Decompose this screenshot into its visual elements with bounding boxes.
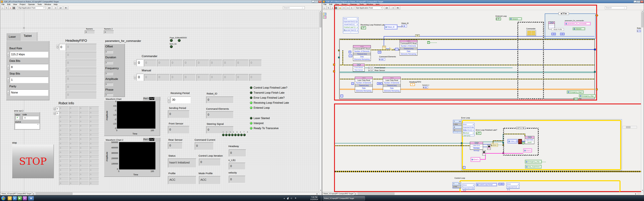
robot-info-index2-spinner[interactable]: ▲▼ — [53, 112, 56, 115]
constant-neg1[interactable]: -1 — [395, 48, 398, 50]
duration-field[interactable]: 0 — [105, 61, 113, 64]
robot-info-element[interactable]: 0 — [79, 133, 89, 137]
manual-element[interactable]: 0 — [210, 74, 222, 81]
notifier-reference-icon[interactable] — [323, 16, 326, 18]
numeric2-field[interactable]: 0 — [104, 30, 114, 34]
stop-terminal[interactable]: ▶TF — [574, 98, 578, 100]
close-button[interactable]: ✕ — [640, 0, 644, 3]
robot-info-element[interactable]: 0 — [89, 159, 99, 163]
manual-index-spinner[interactable]: ▲▼ — [134, 75, 136, 79]
robot-info-element[interactable]: 0 — [69, 164, 79, 168]
error-node[interactable]: ▶Error~! — [491, 143, 498, 147]
command-fifo-read-node-1[interactable]: ▪ ➟ ▪ CommandFIFO.Read Number of Element… — [353, 45, 371, 61]
context-help-tab[interactable]: Robot_V2.lvproj/RT CompactRIO Target — [322, 192, 354, 195]
robot-info-element[interactable]: 0 — [79, 111, 89, 115]
constant-13[interactable]: 13 — [378, 51, 381, 53]
baud-rate-field[interactable]: 115.2 kbps — [10, 51, 48, 58]
robot-info-element[interactable]: 0 — [69, 150, 79, 155]
robot-info-element[interactable]: 0 — [89, 146, 99, 150]
headway-fifo-element[interactable]: 0 — [66, 60, 96, 67]
internet-explorer-icon[interactable]: e — [13, 196, 17, 200]
front-sensor-fxp-terminal[interactable]: ▶FXP — [368, 67, 374, 69]
data-bits-field[interactable]: 8 — [10, 64, 48, 70]
stop-bits-spinner[interactable]: ▲▼ — [7, 78, 10, 82]
commander-element[interactable]: 0 — [223, 60, 235, 67]
hscroll-thumb[interactable] — [358, 193, 394, 195]
robot-info-element[interactable]: 0 — [89, 142, 99, 146]
commander-element[interactable]: 0 — [210, 60, 222, 67]
robot-info-element[interactable]: 0 — [79, 129, 89, 133]
laser-data-read-node-2[interactable]: ▪ ➟ ▪ Laser Data.Read Number of Elements… — [383, 77, 401, 92]
true-constant[interactable]: T — [522, 142, 524, 144]
scroll-down-arrow[interactable]: ▼ — [642, 190, 643, 191]
robot-info-element[interactable]: 0 — [69, 155, 79, 159]
tray-network-icon[interactable]: ▟ — [287, 197, 288, 199]
commander-element[interactable]: 0 — [157, 60, 170, 67]
robot-info-element[interactable]: 0 — [79, 120, 89, 124]
robot-info-element[interactable]: 0 — [59, 177, 69, 181]
menu-tools[interactable]: Tools — [36, 3, 43, 5]
robot-info-element[interactable]: 0 — [59, 137, 69, 141]
manual-element[interactable]: 0 — [157, 74, 170, 81]
run-continuous-button[interactable]: ↻ — [327, 6, 330, 9]
reorder-button[interactable]: ❖▾ — [64, 6, 68, 9]
robot-info-element[interactable]: 0 — [59, 159, 69, 163]
menu-help[interactable]: Help — [52, 3, 59, 5]
menu-view[interactable]: View — [12, 3, 18, 5]
manual-element[interactable]: 0 — [144, 74, 156, 81]
headway-fifo-element[interactable]: 0 — [66, 68, 96, 75]
error-source-field[interactable] — [15, 123, 40, 129]
emergency-stop-variable[interactable]: Emergency_Stop — [579, 94, 596, 97]
commander-array-terminal[interactable] — [526, 30, 536, 36]
control-loop-period-variable[interactable]: Control Loop Period — [476, 183, 497, 186]
robot-info-element[interactable]: 0 — [89, 137, 99, 141]
constant-0[interactable]: 0 — [349, 51, 351, 53]
minimize-button[interactable]: ▁ — [634, 0, 637, 3]
chart1-plot-area[interactable] — [117, 101, 156, 129]
receiving-period-spinner[interactable]: ▲▼ — [168, 97, 170, 103]
scroll-up-arrow[interactable]: ▲ — [641, 10, 644, 12]
tab-tablet[interactable]: Tablet — [20, 32, 37, 41]
true-constant[interactable]: T — [427, 41, 430, 44]
robot-info-element[interactable]: 0 — [79, 159, 89, 163]
abort-button[interactable]: ● — [330, 6, 334, 9]
manual-element[interactable]: 0 — [236, 74, 248, 81]
timed-loop-property-node[interactable]: Error▸ Expected End [i-1]▸ Actual End [i… — [343, 17, 358, 33]
robot-info-element[interactable]: 0 — [59, 173, 69, 177]
front-panel-titlebar[interactable]: TOP_RT.vi Front Panel on Robot_V2.lvproj… — [0, 0, 322, 3]
timed-frame-period-selector[interactable]: ◀ 250 ▶ — [558, 12, 569, 15]
queue-reference-icon[interactable] — [323, 13, 326, 15]
robot-info-element[interactable]: 0 — [79, 182, 89, 186]
search-input[interactable]: Search — [283, 6, 305, 9]
vertical-scrollbar[interactable]: ▲ ▼ — [319, 10, 322, 192]
commander-element[interactable]: 0 — [170, 60, 183, 67]
offset-field[interactable]: 0 — [105, 50, 113, 53]
commander-element[interactable]: 0 — [196, 60, 209, 67]
robot-info-element[interactable]: 0 — [59, 124, 69, 128]
robot-info-element[interactable]: 0 — [79, 173, 89, 177]
robot-info-element[interactable]: 0 — [59, 106, 69, 110]
robot-info-element[interactable]: 0 — [69, 182, 79, 186]
robot-info-element[interactable]: 0 — [79, 155, 89, 159]
robot-info-element[interactable]: 0 — [79, 168, 89, 172]
menu-project[interactable]: Project — [18, 3, 27, 5]
while-loop-frame[interactable] — [339, 38, 595, 99]
headway-fifo-index[interactable]: 0 — [59, 44, 66, 50]
robot-info-element[interactable]: 0 — [69, 106, 79, 110]
constant-1[interactable]: 1 — [351, 82, 354, 85]
run-button[interactable]: ▷ — [323, 6, 326, 9]
robot-info-element[interactable]: 0 — [79, 137, 89, 141]
app-icon[interactable]: ♦ — [23, 196, 27, 200]
robot-info-element[interactable]: 0 — [59, 120, 69, 124]
scroll-up-arrow[interactable]: ▲ — [319, 10, 322, 12]
diagram-slider[interactable] — [622, 126, 637, 129]
robot-info-element[interactable]: 0 — [89, 164, 99, 168]
params-indicator-node[interactable]: parameters_for_commander — [564, 22, 591, 25]
block-diagram-titlebar[interactable]: TOP_RT.vi Block Diagram on Robot_V2.lvpr… — [322, 0, 644, 3]
sensor-write-node[interactable]: Front Sensor Rear Sensor — [353, 64, 364, 72]
emergency-stop-q-variable[interactable]: Emergency_Stop? — [567, 90, 584, 94]
abort-button[interactable]: ● — [8, 6, 12, 9]
robot-info-index1-spinner[interactable]: ▲▼ — [53, 107, 56, 110]
maximize-button[interactable]: ❐ — [637, 0, 640, 3]
hscroll-thumb[interactable] — [36, 193, 72, 195]
